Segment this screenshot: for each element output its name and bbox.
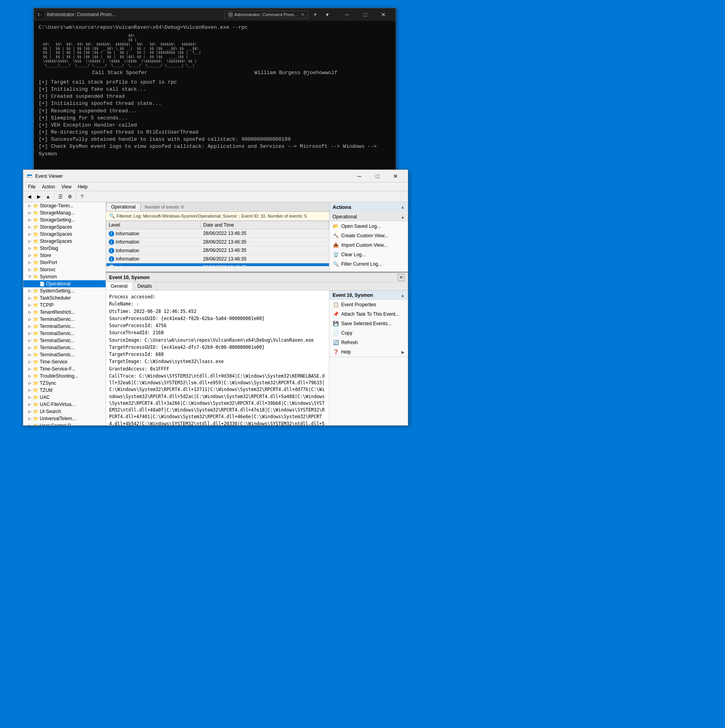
sidebar-storage-spaces-1[interactable]: ▷ 📁 StorageSpaces bbox=[23, 223, 106, 231]
sidebar-storport[interactable]: ▷ 📁 StorPort bbox=[23, 259, 106, 266]
sidebar-uac[interactable]: ▷ 📁 UAC bbox=[23, 394, 106, 401]
cmd-tab-dropdown[interactable]: ▾ bbox=[322, 8, 332, 21]
action-import-custom-view[interactable]: 📥 Import Custom View... bbox=[329, 240, 408, 250]
ev-log-panel: Operational Number of events: 6 🔍 Filter… bbox=[106, 202, 329, 272]
action-save-selected[interactable]: 💾 Save Selected Events... bbox=[329, 319, 408, 328]
sidebar-storage-manag[interactable]: ▷ 📁 StorageManag... bbox=[23, 209, 106, 216]
cmd-subtitle-right: William Burgess @joehowwolf bbox=[255, 69, 338, 76]
menu-help[interactable]: Help bbox=[75, 183, 91, 190]
tab-operational[interactable]: Operational bbox=[106, 203, 141, 211]
action-copy[interactable]: 📄 Copy bbox=[329, 328, 408, 338]
sidebar-ui-search[interactable]: ▷ 📁 UI-Search bbox=[23, 408, 106, 415]
action-clear-log[interactable]: 🗑️ Clear Log... bbox=[329, 250, 408, 259]
sidebar-tenant-restrict[interactable]: ▷ 📁 TenantRestricti... bbox=[23, 309, 106, 316]
sidebar-stordiag[interactable]: ▷ 📁 StorDiag bbox=[23, 245, 106, 252]
ev-right-panel: Operational Number of events: 6 🔍 Filter… bbox=[106, 202, 408, 425]
sidebar-tcpip[interactable]: ▷ 📁 TCPIP bbox=[23, 302, 106, 309]
event-actions-chevron: ▲ bbox=[401, 293, 405, 298]
actions-event-label: Event 10, Sysmon bbox=[333, 292, 373, 298]
ev-actions-event-panel: Event 10, Sysmon ▲ 📋 Event Properties 📌 … bbox=[329, 290, 408, 425]
ev-toolbar: ◀ ▶ ▲ ☰ ⚙ ? bbox=[23, 191, 408, 202]
copy-icon: 📄 bbox=[333, 330, 339, 336]
detail-tab-general[interactable]: General bbox=[106, 282, 133, 290]
cmd-titlebar: C: Administrator: Command Prom... Admini… bbox=[34, 8, 396, 21]
sidebar-system-setting[interactable]: ▷ 📁 SystemSetting... bbox=[23, 287, 106, 294]
toolbar-up[interactable]: ▲ bbox=[44, 192, 52, 201]
sidebar-storage-setting[interactable]: ▷ 📁 StorageSetting... bbox=[23, 216, 106, 223]
toolbar-sep-2 bbox=[76, 193, 76, 200]
table-row[interactable]: iInformation 28/06/2022 13:46:35 bbox=[106, 246, 329, 255]
ev-detail-close-btn[interactable]: ✕ bbox=[398, 274, 405, 281]
sidebar-task-scheduler[interactable]: ▷ 📁 TaskScheduler bbox=[23, 294, 106, 302]
ev-sidebar: ▷ 📁 Storage-Tierin... ▷ 📁 StorageManag..… bbox=[23, 202, 106, 425]
ev-minimize-btn[interactable]: ─ bbox=[350, 170, 368, 182]
sidebar-time-service-f[interactable]: ▷ 📁 Time-Service-F... bbox=[23, 365, 106, 372]
sidebar-terminal-2[interactable]: ▷ 📁 TerminalServic... bbox=[23, 323, 106, 330]
sidebar-tzsync[interactable]: ▷ 📁 TZSync bbox=[23, 380, 106, 387]
action-refresh-event[interactable]: 🔄 Refresh bbox=[329, 338, 408, 347]
sidebar-terminal-1[interactable]: ▷ 📁 TerminalServic... bbox=[23, 316, 106, 323]
sidebar-time-service[interactable]: ▷ 📁 Time-Service bbox=[23, 358, 106, 365]
ev-detail-section: Event 10, Sysmon ✕ General Details Proce… bbox=[106, 272, 408, 425]
sidebar-tzutil[interactable]: ▷ 📁 TZUtil bbox=[23, 387, 106, 394]
cmd-line-9: [+] Successfully obtained handle to lsas… bbox=[39, 136, 391, 143]
toolbar-forward[interactable]: ▶ bbox=[34, 192, 43, 201]
action-filter-current-log[interactable]: 🔍 Filter Current Log... bbox=[329, 259, 408, 269]
actions-subheader-event[interactable]: Event 10, Sysmon ▲ bbox=[329, 290, 408, 300]
table-row[interactable]: iInformation 28/06/2022 13:46:35 bbox=[106, 229, 329, 238]
menu-file[interactable]: File bbox=[25, 183, 39, 190]
cmd-icon: C: bbox=[37, 11, 43, 18]
ev-close-btn[interactable]: ✕ bbox=[387, 170, 405, 182]
sidebar-terminal-4[interactable]: ▷ 📁 TerminalServic... bbox=[23, 337, 106, 344]
sidebar-terminal-6[interactable]: ▷ 📁 TerminalServic... bbox=[23, 351, 106, 358]
toolbar-show-hide[interactable]: ☰ bbox=[56, 192, 65, 201]
toolbar-properties[interactable]: ⚙ bbox=[65, 192, 74, 201]
detail-line-src-pid: SourceProcessId: 4756 bbox=[109, 322, 326, 329]
sidebar-operational[interactable]: 📄 Operational bbox=[23, 280, 106, 287]
action-help-event[interactable]: ❓ Help ▶ bbox=[329, 347, 408, 357]
table-row[interactable]: iInformation 28/06/2022 13:46:35 bbox=[106, 255, 329, 263]
sidebar-troubleshooting[interactable]: ▷ 📁 TroubleShooting... bbox=[23, 372, 106, 380]
sidebar-uac-filevirtua[interactable]: ▷ 📁 UAC-FileVirtua... bbox=[23, 401, 106, 408]
menu-action[interactable]: Action bbox=[39, 183, 58, 190]
svg-text:C:: C: bbox=[38, 13, 43, 17]
toolbar-help[interactable]: ? bbox=[78, 192, 86, 201]
cmd-new-tab[interactable]: + bbox=[310, 8, 321, 21]
sidebar-storsvc[interactable]: ▷ 📁 Storsvс bbox=[23, 266, 106, 273]
cmd-close-btn[interactable]: ✕ bbox=[374, 8, 392, 21]
sidebar-storage-spaces-2[interactable]: ▷ 📁 StorageSpaces bbox=[23, 231, 106, 238]
col-level[interactable]: Level bbox=[106, 221, 201, 229]
action-create-custom-view[interactable]: 🔨 Create Custom View... bbox=[329, 231, 408, 240]
table-row-selected[interactable]: iInformation 28/06/2022 13:46:35 bbox=[106, 263, 329, 266]
col-datetime[interactable]: Date and Time bbox=[201, 221, 329, 229]
actions-header-operational[interactable]: Actions ▲ bbox=[329, 202, 408, 212]
action-event-properties[interactable]: 📋 Event Properties bbox=[329, 300, 408, 309]
filter-icon: 🔍 bbox=[109, 213, 115, 219]
action-clear-filter[interactable]: ⚡ Clear Filter bbox=[329, 269, 408, 272]
cmd-maximize-btn[interactable]: □ bbox=[356, 8, 374, 21]
sidebar-terminal-5[interactable]: ▷ 📁 TerminalServic... bbox=[23, 344, 106, 351]
ev-window: Event Viewer ─ □ ✕ File Action View Help… bbox=[23, 169, 408, 426]
ev-maximize-btn[interactable]: □ bbox=[368, 170, 387, 182]
sidebar-store[interactable]: ▷ 📁 Store bbox=[23, 252, 106, 259]
table-row[interactable]: iInformation 28/06/2022 13:46:35 bbox=[106, 238, 329, 246]
action-open-saved-log[interactable]: 📂 Open Saved Log... bbox=[329, 222, 408, 231]
ev-detail-title: Event 10, Sysmon bbox=[109, 275, 150, 280]
ev-log-table[interactable]: Level Date and Time iInformation 28/06/2… bbox=[106, 221, 329, 266]
cmd-minimize-btn[interactable]: ─ bbox=[338, 8, 356, 21]
actions-section-event: Event 10, Sysmon ▲ 📋 Event Properties 📌 … bbox=[329, 290, 408, 357]
sidebar-storage-tiering[interactable]: ▷ 📁 Storage-Tierin... bbox=[23, 202, 106, 209]
sidebar-universal-telem[interactable]: ▷ 📁 UniversalTelem... bbox=[23, 415, 106, 422]
toolbar-back[interactable]: ◀ bbox=[25, 192, 33, 201]
action-attach-task-event[interactable]: 📌 Attach Task To This Event... bbox=[329, 309, 408, 319]
detail-tab-details[interactable]: Details bbox=[133, 282, 157, 290]
create-custom-view-icon: 🔨 bbox=[333, 233, 339, 239]
sidebar-storage-spaces-3[interactable]: ▷ 📁 StorageSpaces bbox=[23, 238, 106, 245]
sidebar-sysmon[interactable]: ▽ 📁 Sysmon bbox=[23, 273, 106, 280]
actions-subheader-operational[interactable]: Operational ▲ bbox=[329, 212, 408, 222]
sidebar-user-control[interactable]: ▷ 📁 User Control P... bbox=[23, 422, 106, 425]
cmd-line-2: [+] Initialising fake call stack... bbox=[39, 86, 391, 93]
sidebar-terminal-3[interactable]: ▷ 📁 TerminalServic... bbox=[23, 330, 106, 337]
ev-hscroll[interactable] bbox=[106, 266, 329, 272]
menu-view[interactable]: View bbox=[58, 183, 75, 190]
